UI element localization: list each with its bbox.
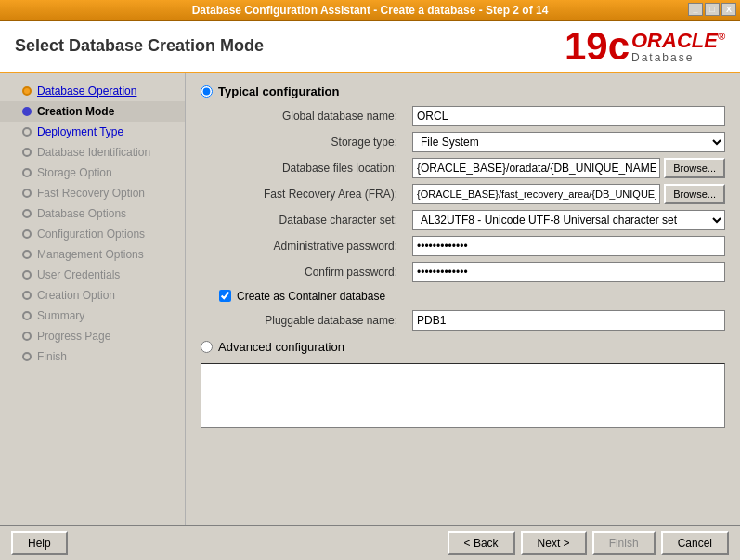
pluggable-db-input[interactable] <box>412 310 725 331</box>
header: Select Database Creation Mode 19c ORACLE… <box>0 21 740 73</box>
oracle-brand: ORACLE® Database <box>631 31 725 64</box>
sidebar-item-user-credentials: User Credentials <box>0 265 185 285</box>
pluggable-db-row: Pluggable database name: <box>219 310 725 331</box>
step-icon-user-credentials <box>22 270 32 280</box>
typical-config-section: Typical configuration Global database na… <box>201 85 725 331</box>
step-icon-summary <box>22 311 32 320</box>
cancel-button[interactable]: Cancel <box>661 531 729 555</box>
form-area: Typical configuration Global database na… <box>186 73 740 525</box>
fast-recovery-browse-button[interactable]: Browse... <box>664 184 725 204</box>
step-icon-progress-page <box>22 332 32 341</box>
typical-config-radio-label[interactable]: Typical configuration <box>201 85 725 98</box>
bottom-right-buttons: < Back Next > Finish Cancel <box>448 531 729 555</box>
global-db-name-label: Global database name: <box>219 110 405 123</box>
confirm-password-row <box>412 262 725 282</box>
pluggable-db-input-row <box>412 310 725 331</box>
step-icon-finish <box>22 352 32 361</box>
sidebar-item-mgmt-options: Management Options <box>0 244 185 265</box>
main-container: Select Database Creation Mode 19c ORACLE… <box>0 21 740 560</box>
db-files-location-row: Browse... <box>412 158 725 178</box>
step-icon-config-options <box>22 229 32 239</box>
step-icon-creation-option <box>22 291 32 300</box>
db-files-location-input[interactable] <box>412 158 660 178</box>
storage-type-row: File System ASM <box>412 132 725 152</box>
advanced-config-radio[interactable] <box>201 341 213 353</box>
sidebar-item-creation-mode[interactable]: Creation Mode <box>0 101 185 122</box>
title-bar-text: Database Configuration Assistant - Creat… <box>192 4 549 17</box>
step-icon-db-identification <box>22 148 32 157</box>
back-button[interactable]: < Back <box>448 531 515 555</box>
sidebar-item-db-identification: Database Identification <box>0 142 185 163</box>
sidebar-item-finish: Finish <box>0 346 185 367</box>
page-title: Select Database Creation Mode <box>15 36 264 56</box>
storage-type-label: Storage type: <box>219 136 405 149</box>
advanced-config-radio-label[interactable]: Advanced configuration <box>201 340 725 354</box>
maximize-button[interactable]: □ <box>705 3 720 16</box>
db-files-browse-button[interactable]: Browse... <box>664 158 725 178</box>
sidebar-item-progress-page: Progress Page <box>0 326 185 346</box>
sidebar-item-creation-option: Creation Option <box>0 285 185 306</box>
form-grid: Global database name: Storage type: File… <box>219 106 725 282</box>
step-icon-db-options <box>22 209 32 218</box>
finish-button[interactable]: Finish <box>592 531 656 555</box>
oracle-logo: 19c ORACLE® Database <box>565 29 725 64</box>
admin-password-label: Administrative password: <box>219 240 405 253</box>
oracle-version: 19c <box>565 29 630 64</box>
confirm-password-label: Confirm password: <box>219 266 405 279</box>
close-button[interactable]: X <box>721 3 736 16</box>
sidebar-item-deployment-type[interactable]: Deployment Type <box>0 122 185 142</box>
db-charset-select[interactable]: AL32UTF8 - Unicode UTF-8 Universal chara… <box>412 210 725 230</box>
step-icon-database-operation <box>22 86 32 96</box>
title-bar-buttons[interactable]: _ □ X <box>688 3 736 16</box>
help-button[interactable]: Help <box>11 531 68 555</box>
pluggable-db-label: Pluggable database name: <box>219 314 405 327</box>
container-db-row: Create as Container database <box>219 290 725 303</box>
typical-config-radio[interactable] <box>201 85 213 98</box>
fast-recovery-input[interactable] <box>412 184 660 204</box>
sidebar-item-db-options: Database Options <box>0 203 185 224</box>
sidebar-item-storage-option: Storage Option <box>0 163 185 183</box>
sidebar: Database Operation Creation Mode Deploym… <box>0 73 186 525</box>
fast-recovery-row: Browse... <box>412 184 725 204</box>
global-db-name-row <box>412 106 725 126</box>
next-button[interactable]: Next > <box>521 531 587 555</box>
bottom-bar: Help < Back Next > Finish Cancel <box>0 525 740 560</box>
sidebar-item-summary: Summary <box>0 306 185 326</box>
step-icon-storage-option <box>22 168 32 177</box>
content-area: Database Operation Creation Mode Deploym… <box>0 73 740 525</box>
storage-type-select[interactable]: File System ASM <box>412 132 725 152</box>
oracle-subtitle: Database <box>631 51 725 64</box>
db-files-location-label: Database files location: <box>219 162 405 175</box>
minimize-button[interactable]: _ <box>688 3 703 16</box>
sidebar-item-config-options: Configuration Options <box>0 224 185 244</box>
oracle-name: ORACLE® <box>631 31 725 51</box>
sidebar-item-fast-recovery: Fast Recovery Option <box>0 183 185 203</box>
step-icon-deployment-type <box>22 127 32 137</box>
fast-recovery-label: Fast Recovery Area (FRA): <box>219 188 405 201</box>
db-charset-label: Database character set: <box>219 214 405 227</box>
confirm-password-input[interactable] <box>412 262 725 282</box>
global-db-name-input[interactable] <box>412 106 725 126</box>
title-bar: Database Configuration Assistant - Creat… <box>0 0 740 21</box>
step-icon-mgmt-options <box>22 250 32 259</box>
db-charset-row: AL32UTF8 - Unicode UTF-8 Universal chara… <box>412 210 725 230</box>
container-db-checkbox[interactable] <box>219 290 231 302</box>
step-icon-creation-mode <box>22 107 32 116</box>
info-area <box>201 363 725 428</box>
admin-password-row <box>412 236 725 256</box>
step-icon-fast-recovery <box>22 189 32 198</box>
admin-password-input[interactable] <box>412 236 725 256</box>
container-db-label: Create as Container database <box>237 290 385 303</box>
sidebar-item-database-operation[interactable]: Database Operation <box>0 81 185 101</box>
